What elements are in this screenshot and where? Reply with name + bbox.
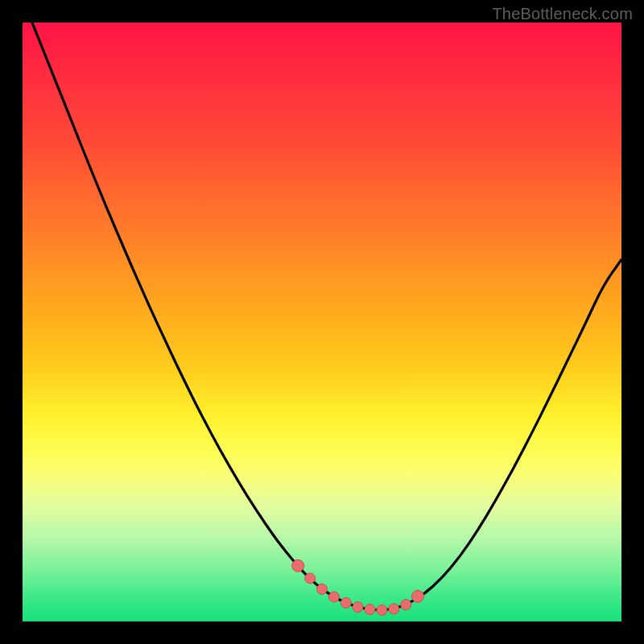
trough-marker — [341, 597, 351, 608]
chart-frame: TheBottleneck.com — [0, 0, 644, 644]
trough-marker — [412, 590, 424, 602]
trough-marker — [353, 602, 363, 613]
chart-svg — [23, 23, 621, 621]
trough-marker — [328, 592, 339, 602]
trough-markers — [292, 559, 424, 615]
trough-marker — [305, 573, 316, 584]
bottleneck-curve — [23, 0, 621, 610]
attribution-text: TheBottleneck.com — [492, 5, 633, 23]
trough-marker — [401, 600, 411, 610]
trough-marker — [365, 605, 375, 615]
trough-marker — [317, 584, 328, 594]
trough-marker — [292, 559, 304, 572]
trough-marker — [389, 604, 399, 614]
trough-marker — [377, 605, 387, 615]
plot-area — [23, 23, 621, 621]
